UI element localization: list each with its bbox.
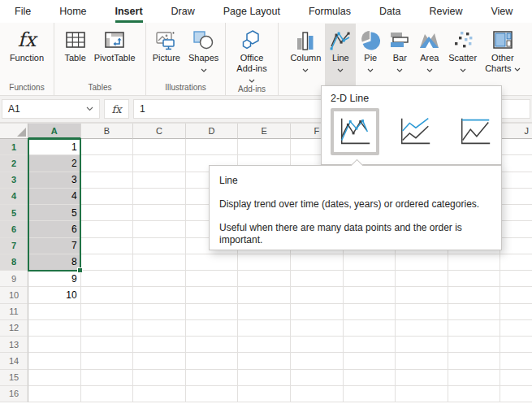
grid-cell[interactable]	[500, 238, 532, 254]
scatter-chart-button[interactable]: Scatter	[444, 24, 481, 95]
grid-cell[interactable]	[291, 370, 344, 386]
grid-cell[interactable]	[133, 139, 186, 155]
grid-cell[interactable]	[448, 254, 501, 271]
grid-cell[interactable]	[28, 304, 81, 320]
grid-cell[interactable]	[500, 221, 532, 237]
name-box[interactable]: A1	[2, 99, 100, 119]
grid-cell[interactable]: 2	[28, 155, 81, 172]
tab-view[interactable]: View	[491, 0, 513, 23]
grid-cell[interactable]	[500, 172, 532, 189]
row-header[interactable]: 2	[0, 155, 28, 172]
row-header[interactable]: 6	[0, 221, 28, 237]
grid-cell[interactable]	[238, 386, 291, 402]
column-header[interactable]: D	[186, 124, 239, 139]
grid-cell[interactable]	[133, 155, 186, 172]
grid-cell[interactable]: 7	[28, 238, 81, 254]
row-header[interactable]: 13	[0, 337, 28, 353]
insert-function-button[interactable]: fx	[104, 99, 129, 119]
grid-cell[interactable]	[448, 271, 501, 287]
row-header[interactable]: 9	[0, 271, 28, 287]
other-charts-button[interactable]: Other Charts	[481, 24, 524, 95]
grid-cell[interactable]: 6	[28, 221, 81, 237]
grid-cell[interactable]: 3	[28, 172, 81, 189]
grid-cell[interactable]	[396, 254, 448, 271]
grid-cell[interactable]	[81, 172, 134, 189]
grid-cell[interactable]	[238, 139, 291, 155]
option-stacked-line[interactable]	[391, 108, 439, 155]
tab-review[interactable]: Review	[429, 0, 462, 23]
grid-cell[interactable]	[500, 287, 532, 303]
grid-cell[interactable]	[291, 386, 344, 402]
row-header[interactable]: 15	[0, 370, 28, 386]
grid-cell[interactable]	[500, 205, 532, 221]
grid-cell[interactable]	[500, 271, 532, 287]
tab-insert[interactable]: Insert	[115, 0, 143, 23]
function-button[interactable]: fx Function	[6, 24, 48, 81]
grid-cell[interactable]	[344, 320, 396, 337]
shapes-button[interactable]: Shapes	[184, 24, 223, 81]
grid-cell[interactable]: 5	[28, 205, 81, 221]
grid-cell[interactable]	[28, 386, 81, 402]
grid-cell[interactable]	[133, 287, 186, 303]
grid-cell[interactable]	[81, 353, 134, 369]
pivottable-button[interactable]: PivotTable	[90, 24, 140, 81]
grid-cell[interactable]	[81, 287, 134, 303]
grid-cell[interactable]	[500, 370, 532, 386]
grid-cell[interactable]	[238, 337, 291, 353]
grid-cell[interactable]	[28, 370, 81, 386]
grid-cell[interactable]	[186, 353, 239, 369]
grid-cell[interactable]	[500, 320, 532, 337]
grid-cell[interactable]	[344, 287, 396, 303]
grid-cell[interactable]	[133, 271, 186, 287]
grid-cell[interactable]	[238, 304, 291, 320]
grid-cell[interactable]	[186, 271, 239, 287]
grid-cell[interactable]	[186, 287, 239, 303]
grid-cell[interactable]	[448, 337, 501, 353]
grid-cell[interactable]	[396, 287, 448, 303]
grid-cell[interactable]	[81, 254, 134, 271]
grid-cell[interactable]	[81, 304, 134, 320]
row-header[interactable]: 10	[0, 287, 28, 303]
grid-cell[interactable]	[344, 370, 396, 386]
grid-cell[interactable]	[133, 337, 186, 353]
grid-cell[interactable]	[291, 254, 344, 271]
grid-cell[interactable]	[396, 353, 448, 369]
grid-cell[interactable]	[238, 287, 291, 303]
grid-cell[interactable]	[448, 386, 501, 402]
grid-cell[interactable]	[81, 189, 134, 205]
row-header[interactable]: 11	[0, 304, 28, 320]
column-header[interactable]: C	[133, 124, 186, 139]
column-header[interactable]: A	[28, 124, 81, 139]
grid-cell[interactable]	[238, 353, 291, 369]
grid-cell[interactable]	[186, 337, 239, 353]
grid-cell[interactable]	[238, 320, 291, 337]
grid-cell[interactable]	[81, 205, 134, 221]
grid-cell[interactable]	[133, 172, 186, 189]
column-chart-button[interactable]: Column	[286, 24, 325, 95]
grid-cell[interactable]	[133, 238, 186, 254]
grid-cell[interactable]	[344, 304, 396, 320]
tab-formulas[interactable]: Formulas	[309, 0, 351, 23]
grid-cell[interactable]	[448, 304, 501, 320]
grid-cell[interactable]	[344, 353, 396, 369]
grid-cell[interactable]	[186, 370, 239, 386]
grid-cell[interactable]	[238, 254, 291, 271]
grid-cell[interactable]: 10	[28, 287, 81, 303]
grid-cell[interactable]	[344, 386, 396, 402]
grid-cell[interactable]	[396, 320, 448, 337]
table-button[interactable]: Table	[60, 24, 89, 81]
grid-cell[interactable]	[81, 370, 134, 386]
grid-cell[interactable]	[396, 337, 448, 353]
grid-cell[interactable]	[344, 337, 396, 353]
grid-cell[interactable]	[133, 189, 186, 205]
grid-cell[interactable]	[133, 221, 186, 237]
grid-cell[interactable]	[500, 254, 532, 271]
grid-cell[interactable]	[238, 370, 291, 386]
tab-page-layout[interactable]: Page Layout	[223, 0, 280, 23]
grid-cell[interactable]	[238, 271, 291, 287]
grid-cell[interactable]	[186, 254, 239, 271]
pie-chart-button[interactable]: Pie	[356, 24, 385, 95]
line-chart-button[interactable]: Line	[325, 24, 356, 95]
grid-cell[interactable]	[81, 337, 134, 353]
grid-cell[interactable]	[500, 155, 532, 172]
